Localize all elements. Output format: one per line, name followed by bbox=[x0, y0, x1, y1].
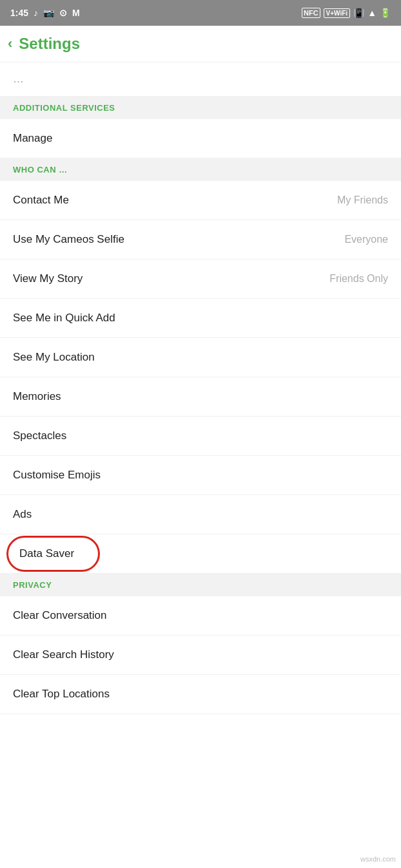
status-bar: 1:45 ♪ 📷 ⊙ M NFC V+WiFi 📳 ▲ 🔋 bbox=[0, 0, 401, 26]
music-icon: ♪ bbox=[34, 8, 38, 18]
nfc-icon: NFC bbox=[302, 8, 320, 18]
settings-item-label: Manage bbox=[13, 132, 52, 145]
settings-item[interactable]: Clear Search History bbox=[0, 636, 401, 675]
instagram-icon: 📷 bbox=[43, 8, 54, 18]
settings-item-label: Customise Emojis bbox=[13, 469, 101, 482]
wifi-label: V+WiFi bbox=[324, 8, 351, 18]
gmail-icon: M bbox=[72, 8, 80, 18]
time-display: 1:45 bbox=[10, 8, 28, 18]
page-title: Settings bbox=[19, 35, 80, 53]
settings-item-label: Use My Cameos Selfie bbox=[13, 233, 124, 246]
settings-item-label: Spectacles bbox=[13, 429, 66, 442]
settings-item-label: Memories bbox=[13, 390, 61, 403]
section-header: PRIVACY bbox=[0, 574, 401, 596]
status-left: 1:45 ♪ 📷 ⊙ M bbox=[10, 8, 80, 18]
settings-item[interactable]: Memories bbox=[0, 377, 401, 417]
settings-item-label: See My Location bbox=[13, 351, 95, 364]
settings-item-label: Clear Conversation bbox=[13, 609, 107, 622]
vibrate-icon: 📳 bbox=[353, 8, 364, 18]
settings-item[interactable]: View My StoryFriends Only bbox=[0, 259, 401, 299]
settings-item[interactable]: Manage bbox=[0, 119, 401, 158]
section-header: WHO CAN … bbox=[0, 158, 401, 181]
settings-item[interactable]: Ads bbox=[0, 495, 401, 534]
data-saver-item[interactable]: Data Saver bbox=[0, 534, 401, 574]
settings-item[interactable]: Contact MeMy Friends bbox=[0, 181, 401, 220]
settings-item[interactable]: Use My Cameos SelfieEveryone bbox=[0, 220, 401, 259]
settings-item-value: My Friends bbox=[337, 194, 388, 206]
settings-item-label: Clear Search History bbox=[13, 648, 114, 661]
signal-icon: ▲ bbox=[367, 8, 377, 18]
settings-item-value: Everyone bbox=[344, 234, 388, 245]
data-saver-label: Data Saver bbox=[13, 547, 74, 560]
truncated-label: … bbox=[0, 62, 401, 97]
settings-item[interactable]: Clear Top Locations bbox=[0, 675, 401, 714]
section-header: ADDITIONAL SERVICES bbox=[0, 97, 401, 119]
watermark: wsxdn.com bbox=[360, 855, 396, 863]
settings-item-value: Friends Only bbox=[329, 273, 388, 285]
settings-item-label: Clear Top Locations bbox=[13, 688, 110, 701]
settings-item-label: Ads bbox=[13, 508, 32, 521]
settings-item-label: View My Story bbox=[13, 272, 83, 285]
settings-item[interactable]: See My Location bbox=[0, 338, 401, 377]
settings-item[interactable]: Spectacles bbox=[0, 417, 401, 456]
settings-item-label: See Me in Quick Add bbox=[13, 312, 115, 325]
settings-list: …ADDITIONAL SERVICESManageWHO CAN …Conta… bbox=[0, 62, 401, 714]
status-right: NFC V+WiFi 📳 ▲ 🔋 bbox=[302, 8, 391, 18]
settings-item-label: Contact Me bbox=[13, 194, 69, 207]
settings-item[interactable]: Customise Emojis bbox=[0, 456, 401, 495]
header: ‹ Settings bbox=[0, 26, 401, 62]
back-button[interactable]: ‹ bbox=[8, 35, 12, 52]
threads-icon: ⊙ bbox=[59, 8, 67, 18]
settings-item[interactable]: Clear Conversation bbox=[0, 596, 401, 636]
battery-icon: 🔋 bbox=[380, 8, 391, 18]
settings-item[interactable]: See Me in Quick Add bbox=[0, 299, 401, 338]
